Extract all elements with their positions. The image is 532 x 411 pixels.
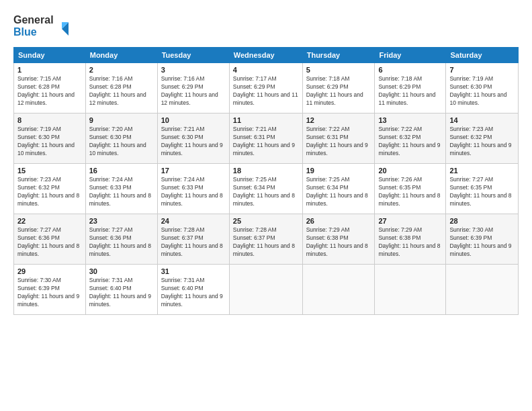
- day-cell: 6Sunrise: 7:18 AMSunset: 6:29 PMDaylight…: [375, 63, 446, 113]
- day-cell: 1Sunrise: 7:15 AMSunset: 6:28 PMDaylight…: [14, 63, 86, 113]
- svg-text:General: General: [13, 14, 54, 26]
- day-info: Sunrise: 7:28 AMSunset: 6:37 PMDaylight:…: [233, 226, 299, 259]
- day-cell: 26Sunrise: 7:29 AMSunset: 6:38 PMDayligh…: [302, 214, 375, 265]
- week-row-4: 22Sunrise: 7:27 AMSunset: 6:36 PMDayligh…: [14, 214, 519, 265]
- day-cell: 4Sunrise: 7:17 AMSunset: 6:29 PMDaylight…: [229, 63, 302, 113]
- day-number: 3: [161, 66, 226, 74]
- day-cell: 16Sunrise: 7:24 AMSunset: 6:33 PMDayligh…: [85, 164, 157, 214]
- day-info: Sunrise: 7:16 AMSunset: 6:29 PMDaylight:…: [161, 75, 226, 107]
- day-cell: 20Sunrise: 7:26 AMSunset: 6:35 PMDayligh…: [375, 164, 446, 214]
- day-info: Sunrise: 7:25 AMSunset: 6:34 PMDaylight:…: [233, 176, 299, 208]
- day-number: 8: [17, 116, 82, 124]
- day-number: 6: [378, 66, 442, 74]
- day-cell: 15Sunrise: 7:23 AMSunset: 6:32 PMDayligh…: [14, 164, 86, 214]
- day-info: Sunrise: 7:23 AMSunset: 6:32 PMDaylight:…: [17, 176, 82, 208]
- day-cell: 28Sunrise: 7:30 AMSunset: 6:39 PMDayligh…: [446, 214, 519, 265]
- day-number: 28: [449, 217, 515, 225]
- day-number: 24: [161, 217, 226, 225]
- day-cell: 8Sunrise: 7:19 AMSunset: 6:30 PMDaylight…: [14, 113, 86, 164]
- day-cell: 7Sunrise: 7:19 AMSunset: 6:30 PMDaylight…: [446, 63, 519, 113]
- day-number: 12: [306, 116, 371, 124]
- day-info: Sunrise: 7:19 AMSunset: 6:30 PMDaylight:…: [449, 75, 515, 107]
- day-info: Sunrise: 7:27 AMSunset: 6:36 PMDaylight:…: [89, 226, 154, 259]
- weekday-header-row: SundayMondayTuesdayWednesdayThursdayFrid…: [14, 48, 519, 63]
- day-info: Sunrise: 7:31 AMSunset: 6:40 PMDaylight:…: [89, 277, 154, 309]
- weekday-header-sunday: Sunday: [14, 48, 86, 63]
- header: General Blue: [13, 10, 519, 40]
- day-number: 4: [233, 66, 299, 74]
- day-cell: 29Sunrise: 7:30 AMSunset: 6:39 PMDayligh…: [14, 265, 86, 315]
- day-number: 22: [17, 217, 82, 225]
- day-cell: 18Sunrise: 7:25 AMSunset: 6:34 PMDayligh…: [229, 164, 302, 214]
- day-cell: [375, 265, 446, 315]
- day-number: 31: [161, 267, 226, 275]
- day-number: 10: [161, 116, 226, 124]
- day-cell: 21Sunrise: 7:27 AMSunset: 6:35 PMDayligh…: [446, 164, 519, 214]
- day-number: 16: [89, 167, 154, 175]
- day-cell: 14Sunrise: 7:23 AMSunset: 6:32 PMDayligh…: [446, 113, 519, 164]
- day-number: 14: [449, 116, 515, 124]
- logo-svg: General Blue: [13, 10, 74, 40]
- day-cell: [446, 265, 519, 315]
- day-info: Sunrise: 7:22 AMSunset: 6:31 PMDaylight:…: [306, 126, 371, 158]
- day-info: Sunrise: 7:30 AMSunset: 6:39 PMDaylight:…: [449, 226, 515, 259]
- day-number: 15: [17, 167, 82, 175]
- day-info: Sunrise: 7:21 AMSunset: 6:30 PMDaylight:…: [161, 126, 226, 158]
- day-number: 21: [449, 167, 515, 175]
- weekday-header-monday: Monday: [85, 48, 157, 63]
- day-info: Sunrise: 7:23 AMSunset: 6:32 PMDaylight:…: [449, 126, 515, 158]
- day-number: 17: [161, 167, 226, 175]
- calendar-table: SundayMondayTuesdayWednesdayThursdayFrid…: [13, 47, 519, 315]
- weekday-header-wednesday: Wednesday: [229, 48, 302, 63]
- day-info: Sunrise: 7:24 AMSunset: 6:33 PMDaylight:…: [89, 176, 154, 208]
- weekday-header-tuesday: Tuesday: [157, 48, 229, 63]
- day-info: Sunrise: 7:25 AMSunset: 6:34 PMDaylight:…: [306, 176, 371, 208]
- day-cell: 25Sunrise: 7:28 AMSunset: 6:37 PMDayligh…: [229, 214, 302, 265]
- day-cell: 5Sunrise: 7:18 AMSunset: 6:29 PMDaylight…: [302, 63, 375, 113]
- day-cell: [302, 265, 375, 315]
- day-number: 20: [378, 167, 442, 175]
- day-info: Sunrise: 7:31 AMSunset: 6:40 PMDaylight:…: [161, 277, 226, 309]
- weekday-header-friday: Friday: [375, 48, 446, 63]
- day-info: Sunrise: 7:26 AMSunset: 6:35 PMDaylight:…: [378, 176, 442, 208]
- day-cell: 24Sunrise: 7:28 AMSunset: 6:37 PMDayligh…: [157, 214, 229, 265]
- day-cell: 11Sunrise: 7:21 AMSunset: 6:31 PMDayligh…: [229, 113, 302, 164]
- week-row-5: 29Sunrise: 7:30 AMSunset: 6:39 PMDayligh…: [14, 265, 519, 315]
- svg-text:Blue: Blue: [13, 26, 37, 38]
- day-cell: 19Sunrise: 7:25 AMSunset: 6:34 PMDayligh…: [302, 164, 375, 214]
- day-info: Sunrise: 7:19 AMSunset: 6:30 PMDaylight:…: [17, 126, 82, 158]
- day-cell: 12Sunrise: 7:22 AMSunset: 6:31 PMDayligh…: [302, 113, 375, 164]
- day-number: 29: [17, 267, 82, 275]
- day-info: Sunrise: 7:27 AMSunset: 6:36 PMDaylight:…: [17, 226, 82, 259]
- day-cell: 3Sunrise: 7:16 AMSunset: 6:29 PMDaylight…: [157, 63, 229, 113]
- day-info: Sunrise: 7:16 AMSunset: 6:28 PMDaylight:…: [89, 75, 154, 107]
- day-number: 19: [306, 167, 371, 175]
- day-cell: [229, 265, 302, 315]
- weekday-header-saturday: Saturday: [446, 48, 519, 63]
- week-row-2: 8Sunrise: 7:19 AMSunset: 6:30 PMDaylight…: [14, 113, 519, 164]
- day-info: Sunrise: 7:20 AMSunset: 6:30 PMDaylight:…: [89, 126, 154, 158]
- day-cell: 17Sunrise: 7:24 AMSunset: 6:33 PMDayligh…: [157, 164, 229, 214]
- weekday-header-thursday: Thursday: [302, 48, 375, 63]
- day-number: 9: [89, 116, 154, 124]
- day-number: 11: [233, 116, 299, 124]
- day-info: Sunrise: 7:30 AMSunset: 6:39 PMDaylight:…: [17, 277, 82, 309]
- day-number: 26: [306, 217, 371, 225]
- day-number: 27: [378, 217, 442, 225]
- day-cell: 31Sunrise: 7:31 AMSunset: 6:40 PMDayligh…: [157, 265, 229, 315]
- day-cell: 13Sunrise: 7:22 AMSunset: 6:32 PMDayligh…: [375, 113, 446, 164]
- day-info: Sunrise: 7:27 AMSunset: 6:35 PMDaylight:…: [449, 176, 515, 208]
- day-number: 13: [378, 116, 442, 124]
- logo: General Blue: [13, 10, 74, 40]
- day-number: 2: [89, 66, 154, 74]
- day-number: 5: [306, 66, 371, 74]
- week-row-3: 15Sunrise: 7:23 AMSunset: 6:32 PMDayligh…: [14, 164, 519, 214]
- day-info: Sunrise: 7:29 AMSunset: 6:38 PMDaylight:…: [306, 226, 371, 259]
- day-info: Sunrise: 7:15 AMSunset: 6:28 PMDaylight:…: [17, 75, 82, 107]
- day-cell: 9Sunrise: 7:20 AMSunset: 6:30 PMDaylight…: [85, 113, 157, 164]
- day-info: Sunrise: 7:28 AMSunset: 6:37 PMDaylight:…: [161, 226, 226, 259]
- day-info: Sunrise: 7:17 AMSunset: 6:29 PMDaylight:…: [233, 75, 299, 107]
- day-info: Sunrise: 7:18 AMSunset: 6:29 PMDaylight:…: [378, 75, 442, 107]
- day-number: 25: [233, 217, 299, 225]
- day-cell: 23Sunrise: 7:27 AMSunset: 6:36 PMDayligh…: [85, 214, 157, 265]
